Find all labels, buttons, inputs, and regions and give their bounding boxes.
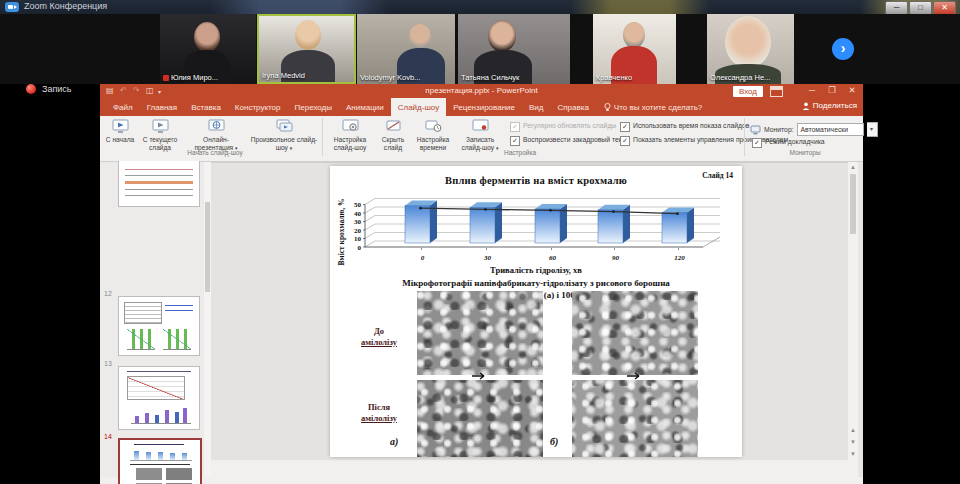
present-online-icon [208,119,225,134]
slide-thumbnail-panel: 12 13 14 [100,162,211,477]
person-icon [802,102,810,110]
thumbnail-number: 13 [104,360,112,367]
slide[interactable]: Слайд 14 Вплив ферментів на вміст крохма… [330,166,742,457]
recording-label: Запись [42,84,72,94]
use-timings-checkbox[interactable]: ✓Использовать время показа слайдов [620,122,749,132]
tab-view[interactable]: Вид [522,98,550,116]
pointer-arrow-icon [472,372,488,380]
row-label-before-amylolysis: Доамілолізу [342,326,416,347]
thumbnail-number-selected: 14 [104,433,112,440]
svg-text:0: 0 [421,254,425,262]
scroll-down-icon[interactable]: ▼ [848,451,858,457]
next-participants-button[interactable]: › [832,38,854,60]
custom-slideshow-button[interactable]: Произвольное слайд-шоу ▾ [250,119,318,151]
svg-text:30: 30 [483,254,492,262]
play-from-start-icon [112,119,129,134]
recording-indicator: Запись [26,84,72,94]
participant-name: Кравченко [596,73,632,82]
zoom-minimize-button[interactable]: ─ [885,1,908,15]
tab-help[interactable]: Справка [550,98,595,116]
participant-name: Олександра Не... [710,73,770,82]
play-narrations-checkbox[interactable]: ✓Воспроизвести закадровый текст [510,136,628,146]
zoom-window-title: Zoom Конференция [24,1,107,11]
keep-slides-updated-checkbox: ✓Регулярно обновлять слайды [510,122,616,132]
video-tile[interactable]: Юлия Миро... [160,14,256,84]
share-button[interactable]: Поделиться [802,101,857,110]
presenter-view-checkbox[interactable]: ✓Режим докладчика [752,138,825,148]
micrograph-after-500x [417,380,543,457]
hide-slide-icon [385,119,402,134]
tell-me-search[interactable]: Что вы хотите сделать? [596,98,702,116]
ribbon-display-options-icon[interactable] [770,86,783,97]
micrograph-after-1000x [572,380,698,457]
record-slideshow-button[interactable]: Записать слайд-шоу ▾ [456,119,504,151]
svg-text:90: 90 [612,254,620,262]
monitor-row: Монитор: Автоматически ▾ [750,122,878,137]
next-slide-icon[interactable]: ▼ [848,439,858,445]
ppt-restore-button[interactable]: ❐ [825,85,839,95]
play-from-current-icon [152,119,169,134]
tab-design[interactable]: Конструктор [228,98,288,116]
present-online-button[interactable]: Онлайн-презентация ▾ [186,119,246,151]
group-label-start-slideshow: Начать слайд-шоу [140,149,290,156]
video-tile-active-speaker[interactable]: Iryna Medvid [257,14,356,84]
hide-slide-button[interactable]: Скрыть слайд [376,119,410,151]
svg-text:60: 60 [549,254,557,262]
tab-home[interactable]: Главная [140,98,184,116]
group-label-monitors: Мониторы [760,149,850,156]
slide-thumbnail[interactable] [118,366,200,430]
thumbnail-number: 12 [104,290,112,297]
monitor-dropdown-arrow[interactable]: ▾ [867,122,878,137]
video-tile[interactable]: Volodymyr Kovb... [357,14,455,84]
group-label-setup: Настройка [460,149,580,156]
record-slideshow-icon [472,119,489,134]
svg-text:0: 0 [358,244,362,252]
slide-thumbnail-selected[interactable] [118,438,202,484]
ribbon: С начала С текущего слайда Онлайн-презен… [100,116,863,162]
tab-animations[interactable]: Анимации [339,98,391,116]
zoom-maximize-button[interactable]: □ [909,1,932,15]
zoom-close-button[interactable]: ✕ [933,1,956,15]
micrograph-before-500x [417,291,543,375]
setup-slideshow-icon [342,119,359,134]
monitor-select[interactable]: Автоматически [797,123,864,136]
from-start-button[interactable]: С начала [104,119,136,144]
ppt-minimize-button[interactable]: ─ [805,85,819,95]
signin-button[interactable]: Вход [733,86,763,97]
slide-thumbnail[interactable] [118,161,200,207]
tab-transitions[interactable]: Переходы [287,98,339,116]
video-tile[interactable]: Кравченко [593,14,676,84]
figure-label-b: б) [550,436,558,447]
figure-label-a: а) [390,436,398,447]
slide-thumbnail[interactable] [118,296,200,356]
scroll-up-icon[interactable]: ▲ [848,164,858,170]
rehearse-timings-button[interactable]: Настройка времени [412,119,454,151]
ppt-close-button[interactable]: ✕ [845,85,859,95]
thumbnail-scrollbar[interactable] [204,162,211,477]
participant-name: Татьяна Сильчук [461,73,519,82]
micrograph-before-1000x [572,291,698,375]
previous-slide-icon[interactable]: ▲ [848,427,858,433]
svg-text:20: 20 [354,227,362,235]
video-tile[interactable]: Татьяна Сильчук [458,14,570,84]
monitor-label: Монитор: [764,126,794,133]
tab-review[interactable]: Рецензирование [446,98,522,116]
svg-text:40: 40 [354,210,362,218]
canvas-scrollbar[interactable]: ▲ ▲ ▼ ▼ [848,162,858,459]
participant-name: Юлия Миро... [171,73,218,82]
chart-title: Вплив ферментів на вміст крохмалю [330,175,742,186]
participant-name: Iryna Medvid [262,71,305,80]
from-current-slide-button[interactable]: С текущего слайда [138,119,182,151]
participant-name: Volodymyr Kovb... [360,73,420,82]
participant-video-strip: Юлия Миро... Iryna Medvid Volodymyr Kovb… [0,14,960,84]
tab-file[interactable]: Файл [106,98,140,116]
setup-slideshow-button[interactable]: Настройка слайд-шоу [326,119,374,151]
svg-text:120: 120 [674,254,685,262]
ppt-titlebar: ▤ ↶ ↷ ◫ ▾ презентация.pptx - PowerPoint … [100,84,863,98]
window-edge [858,162,863,477]
video-tile[interactable]: Олександра Не... [707,14,794,84]
ribbon-tab-row: Файл Главная Вставка Конструктор Переход… [100,98,863,116]
tab-slideshow[interactable]: Слайд-шоу [391,98,446,116]
tab-insert[interactable]: Вставка [184,98,228,116]
zoom-window-titlebar: Zoom Конференция ─ □ ✕ [0,0,960,14]
